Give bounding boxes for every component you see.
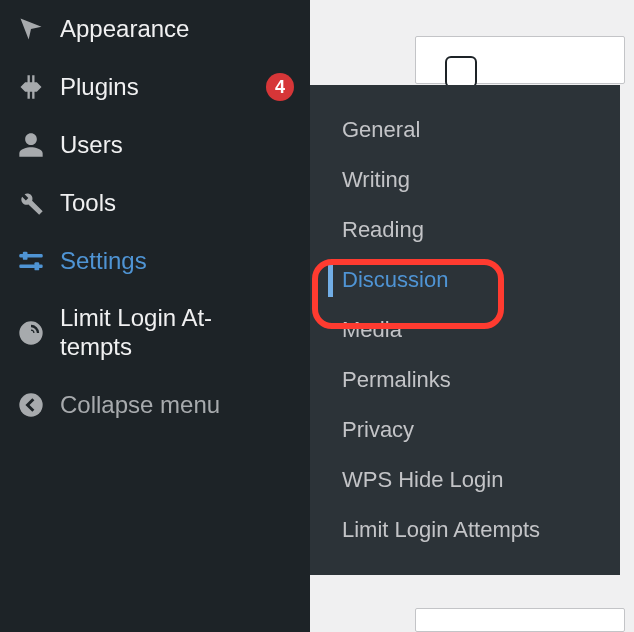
settings-icon bbox=[16, 246, 46, 276]
limit-login-icon bbox=[16, 318, 46, 348]
submenu-item-label: General bbox=[342, 117, 420, 142]
svg-point-5 bbox=[19, 393, 42, 416]
svg-rect-2 bbox=[23, 252, 28, 260]
sidebar-item-users[interactable]: Users bbox=[0, 116, 310, 174]
sidebar-item-plugins[interactable]: Plugins 4 bbox=[0, 58, 310, 116]
sidebar-item-label: Limit Login At-tempts bbox=[60, 304, 294, 362]
settings-card-lower bbox=[415, 608, 625, 632]
submenu-item-label: WPS Hide Login bbox=[342, 467, 503, 492]
appearance-icon bbox=[16, 14, 46, 44]
submenu-item-wps-hide-login[interactable]: WPS Hide Login bbox=[310, 455, 620, 505]
sidebar-item-settings[interactable]: Settings bbox=[0, 232, 310, 290]
sidebar-item-label: Collapse menu bbox=[60, 391, 294, 419]
submenu-item-writing[interactable]: Writing bbox=[310, 155, 620, 205]
sidebar-item-label: Settings bbox=[60, 247, 294, 275]
submenu-item-label: Media bbox=[342, 317, 402, 342]
submenu-item-limit-login-attempts[interactable]: Limit Login Attempts bbox=[310, 505, 620, 555]
submenu-item-general[interactable]: General bbox=[310, 105, 620, 155]
tools-icon bbox=[16, 188, 46, 218]
submenu-item-label: Privacy bbox=[342, 417, 414, 442]
users-icon bbox=[16, 130, 46, 160]
svg-rect-3 bbox=[35, 262, 40, 270]
plugins-update-badge: 4 bbox=[266, 73, 294, 101]
sidebar-item-label: Tools bbox=[60, 189, 294, 217]
submenu-item-privacy[interactable]: Privacy bbox=[310, 405, 620, 455]
submenu-item-label: Limit Login Attempts bbox=[342, 517, 540, 542]
sidebar-item-label: Plugins bbox=[60, 73, 246, 101]
sidebar-item-limit-login[interactable]: Limit Login At-tempts bbox=[0, 290, 310, 376]
admin-sidebar: Appearance Plugins 4 Users Tools Setting… bbox=[0, 0, 310, 632]
submenu-item-label: Writing bbox=[342, 167, 410, 192]
collapse-icon bbox=[16, 390, 46, 420]
sidebar-item-tools[interactable]: Tools bbox=[0, 174, 310, 232]
submenu-item-label: Discussion bbox=[342, 267, 448, 292]
submenu-item-media[interactable]: Media bbox=[310, 305, 620, 355]
sidebar-item-label: Users bbox=[60, 131, 294, 159]
sidebar-item-appearance[interactable]: Appearance bbox=[0, 0, 310, 58]
submenu-item-discussion[interactable]: Discussion bbox=[310, 255, 620, 305]
svg-point-4 bbox=[29, 330, 34, 335]
submenu-item-permalinks[interactable]: Permalinks bbox=[310, 355, 620, 405]
sidebar-collapse-menu[interactable]: Collapse menu bbox=[0, 376, 310, 434]
submenu-item-label: Reading bbox=[342, 217, 424, 242]
checkbox-control[interactable] bbox=[445, 56, 477, 88]
plugins-icon bbox=[16, 72, 46, 102]
submenu-item-reading[interactable]: Reading bbox=[310, 205, 620, 255]
settings-submenu: General Writing Reading Discussion Media… bbox=[310, 85, 620, 575]
submenu-item-label: Permalinks bbox=[342, 367, 451, 392]
sidebar-item-label: Appearance bbox=[60, 15, 294, 43]
